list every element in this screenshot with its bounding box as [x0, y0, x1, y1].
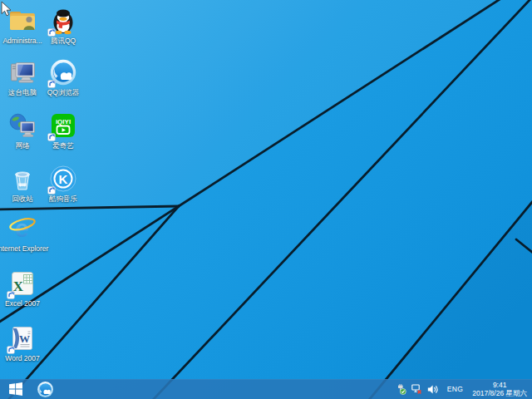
windows-logo-icon — [9, 382, 22, 396]
shortcut-arrow-icon — [7, 346, 15, 354]
desktop-icon-iqiyi[interactable]: iQIYI 爱奇艺 — [37, 111, 90, 150]
shortcut-arrow-icon — [47, 28, 56, 37]
desktop-icon-label: Excel 2007 — [5, 299, 40, 308]
network-disconnected-icon[interactable] — [411, 384, 422, 395]
desktop-icon-label: 爱奇艺 — [52, 141, 74, 150]
clock-date: 2017/8/26 星期六 — [472, 389, 527, 397]
desktop-icon-excel[interactable]: X Excel 2007 — [0, 269, 49, 308]
network-icon — [8, 111, 37, 140]
taskbar-clock[interactable]: 9:41 2017/8/26 星期六 — [472, 381, 527, 397]
shortcut-arrow-icon — [47, 186, 56, 195]
this-pc-icon — [8, 58, 37, 86]
internet-explorer-icon: e — [8, 214, 37, 243]
usb-safely-remove-icon[interactable] — [396, 384, 406, 395]
language-indicator[interactable]: ENG — [447, 385, 464, 393]
desktop-icon-label: 这台电脑 — [8, 88, 37, 96]
system-tray: ENG 9:41 2017/8/26 星期六 — [396, 381, 532, 397]
desktop-icon-qq-browser[interactable]: QQ浏览器 — [37, 58, 90, 96]
iqiyi-logo-text: iQIYI — [56, 118, 71, 126]
desktop-icon-label: 网络 — [16, 141, 30, 150]
desktop-icon-label: 腾讯QQ — [51, 37, 76, 45]
administrator-folder-icon — [8, 7, 37, 35]
clock-time: 9:41 — [472, 381, 527, 389]
taskbar: ENG 9:41 2017/8/26 星期六 — [0, 379, 532, 399]
shortcut-arrow-icon — [47, 80, 56, 88]
mouse-cursor — [1, 1, 12, 17]
desktop-icon-qq[interactable]: 腾讯QQ — [37, 7, 90, 45]
desktop-icon-label: Word 2007 — [5, 354, 39, 362]
excel-2007-icon: X — [8, 269, 37, 298]
start-button[interactable] — [0, 379, 32, 399]
recycle-bin-icon — [8, 165, 37, 193]
desktop-icon-kugou[interactable]: K 酷狗音乐 — [37, 165, 90, 203]
qq-browser-icon — [49, 58, 77, 86]
volume-icon[interactable] — [427, 384, 438, 395]
desktop-icon-label: 酷狗音乐 — [49, 195, 77, 203]
tencent-qq-icon — [49, 7, 77, 35]
desktop-icon-label: QQ浏览器 — [47, 88, 80, 96]
word-2007-icon: W — [8, 324, 37, 352]
desktop-icon-label: 回收站 — [12, 195, 33, 203]
taskbar-qq-browser-button[interactable] — [32, 379, 58, 399]
desktop-icon-internet-explorer[interactable]: e Internet Explorer — [0, 214, 49, 253]
shortcut-arrow-icon — [7, 291, 15, 299]
shortcut-arrow-icon — [47, 133, 56, 141]
desktop-icon-label: Internet Explorer — [0, 244, 48, 253]
desktop-icon-word[interactable]: W Word 2007 — [0, 324, 49, 362]
kugou-logo-text: K — [59, 172, 68, 186]
iqiyi-icon: iQIYI — [49, 111, 77, 140]
kugou-music-icon: K — [49, 165, 77, 193]
qq-browser-icon — [37, 381, 54, 398]
